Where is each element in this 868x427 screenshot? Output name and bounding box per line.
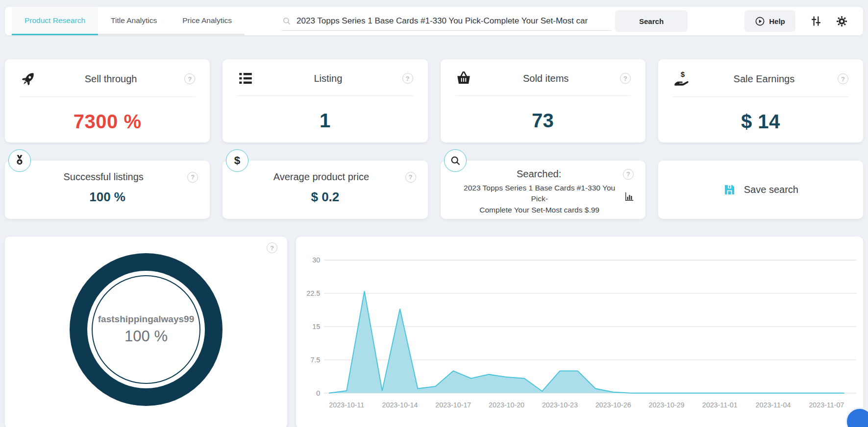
searched-query-line2: Complete Your Set-Most cards $.99 (441, 205, 645, 215)
svg-text:2023-11-07: 2023-11-07 (809, 401, 844, 409)
help-tooltip-icon[interactable]: ? (623, 169, 634, 180)
svg-text:2023-10-26: 2023-10-26 (595, 401, 631, 409)
help-tooltip-icon[interactable]: ? (184, 73, 195, 84)
nav-tabs: Product Research Title Analytics Price A… (12, 7, 245, 35)
svg-text:2023-10-23: 2023-10-23 (542, 401, 578, 409)
searched-query-line1: 2023 Topps Series 1 Base Cards #1-330 Yo… (441, 183, 645, 205)
play-circle-icon (755, 16, 765, 26)
svg-text:22.5: 22.5 (306, 289, 320, 297)
successful-listings-value: 100 % (5, 190, 210, 205)
help-label: Help (769, 17, 785, 25)
average-price-title: Average product price (237, 171, 405, 183)
save-floppy-icon (723, 183, 736, 196)
sold-items-card: Sold items ? 73 (441, 59, 645, 142)
svg-text:0: 0 (316, 389, 320, 397)
seller-donut-chart: fastshippingalways99 100 % (70, 253, 223, 406)
sold-items-trend-chart: 07.51522.5302023-10-112023-10-142023-10-… (296, 237, 863, 427)
sale-earnings-card: $ Sale Earnings ? $ 14 (658, 59, 863, 142)
seller-name: fastshippingalways99 (98, 314, 194, 325)
average-price-card: $ Average product price ? $ 0.2 (223, 161, 427, 219)
bar-chart-icon[interactable] (624, 191, 635, 204)
successful-listings-title: Successful listings (20, 171, 187, 183)
sold-items-title: Sold items (472, 73, 620, 84)
svg-text:$: $ (234, 154, 241, 166)
svg-text:30: 30 (312, 256, 320, 264)
sold-items-trend-panel: 07.51522.5302023-10-112023-10-142023-10-… (296, 237, 863, 427)
rocket-icon (20, 70, 37, 88)
search-input[interactable] (297, 16, 611, 26)
sale-earnings-value: $ 14 (658, 111, 863, 133)
svg-text:2023-11-04: 2023-11-04 (756, 401, 791, 409)
hand-dollar-icon: $ (673, 70, 691, 88)
save-search-label: Save search (744, 184, 798, 195)
svg-text:2023-10-11: 2023-10-11 (329, 401, 364, 409)
help-button[interactable]: Help (744, 10, 795, 32)
basket-icon (455, 70, 472, 87)
help-tooltip-icon[interactable]: ? (838, 73, 848, 84)
svg-text:15: 15 (312, 323, 320, 331)
svg-text:7.5: 7.5 (310, 356, 320, 364)
seller-percent: 100 % (124, 328, 168, 345)
svg-text:2023-10-17: 2023-10-17 (435, 401, 471, 409)
help-tooltip-icon[interactable]: ? (620, 73, 631, 84)
help-tooltip-icon[interactable]: ? (187, 172, 198, 183)
average-price-value: $ 0.2 (223, 190, 427, 205)
successful-listings-card: Successful listings ? 100 % (5, 161, 210, 219)
listing-title: Listing (254, 73, 402, 84)
medal-icon (8, 149, 31, 172)
top-toolbar: Product Research Title Analytics Price A… (5, 7, 863, 35)
filter-sliders-icon[interactable] (807, 12, 825, 30)
help-tooltip-icon[interactable]: ? (267, 242, 277, 253)
sold-items-value: 73 (441, 110, 645, 132)
svg-text:2023-10-29: 2023-10-29 (648, 401, 684, 409)
stats-row-1: Sell through ? 7300 % Listing ? 1 Sold i… (5, 59, 863, 142)
tab-price-analytics[interactable]: Price Analytics (170, 7, 245, 35)
gear-icon[interactable] (833, 12, 850, 30)
stats-row-2: Successful listings ? 100 % $ Average pr… (5, 161, 863, 219)
dollar-icon: $ (226, 149, 248, 172)
searched-title: Searched: (455, 168, 623, 180)
search-field-wrap (282, 11, 611, 31)
list-icon (237, 70, 254, 87)
searched-card: Searched: ? 2023 Topps Series 1 Base Car… (441, 161, 645, 219)
tab-product-research[interactable]: Product Research (12, 7, 98, 35)
sale-earnings-title: Sale Earnings (691, 73, 838, 85)
help-tooltip-icon[interactable]: ? (405, 172, 416, 183)
save-search-button[interactable]: Save search (658, 161, 863, 219)
search-icon (282, 16, 292, 26)
sell-through-card: Sell through ? 7300 % (5, 59, 210, 142)
listing-card: Listing ? 1 (223, 59, 427, 142)
magnifier-icon (444, 149, 467, 172)
bottom-section: ? fastshippingalways99 100 % 07.51522.53… (5, 237, 863, 427)
help-tooltip-icon[interactable]: ? (402, 73, 413, 84)
sell-through-value: 7300 % (5, 111, 210, 133)
svg-text:$: $ (680, 70, 685, 78)
svg-text:2023-11-01: 2023-11-01 (702, 401, 738, 409)
svg-text:2023-10-20: 2023-10-20 (489, 401, 524, 409)
listing-value: 1 (223, 110, 427, 132)
search-button[interactable]: Search (615, 10, 688, 32)
tab-title-analytics[interactable]: Title Analytics (98, 7, 170, 35)
seller-donut-panel: ? fastshippingalways99 100 % (5, 237, 287, 427)
svg-text:2023-10-14: 2023-10-14 (382, 401, 418, 409)
sell-through-title: Sell through (37, 73, 184, 85)
